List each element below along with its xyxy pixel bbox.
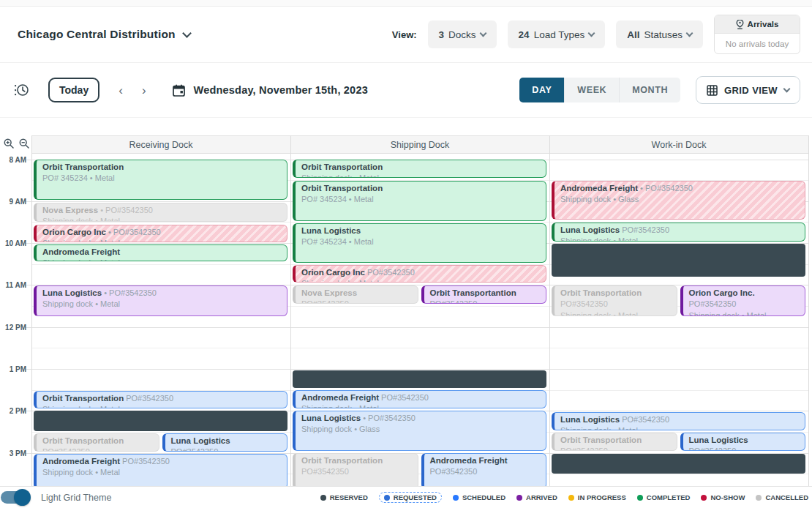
appointment-card[interactable]: Luna LogisticsPO#3542350 xyxy=(680,433,806,451)
time-label: 8 AM xyxy=(0,155,26,163)
today-button[interactable]: Today xyxy=(48,78,99,102)
appointment-card[interactable]: Orbit TransportationPO#3542350 xyxy=(293,453,418,487)
carrier-name: Nova Express xyxy=(42,206,98,214)
appointment-card[interactable]: Orbit TransportationPO# 345234 • Metal xyxy=(34,160,287,200)
carrier-name: Orion Cargo Inc xyxy=(42,228,106,236)
reserved-block[interactable] xyxy=(552,244,805,277)
chevron-down-icon xyxy=(182,29,192,38)
appointment-detail: PO#3542350 xyxy=(301,466,412,477)
legend-label: SCHEDULED xyxy=(462,493,505,501)
appointment-card[interactable]: Andromeda FreightPO#3542350 xyxy=(421,453,547,487)
appointment-card[interactable]: Orbit TransportationPO#3542350 xyxy=(34,433,159,452)
reserved-block[interactable] xyxy=(293,370,546,388)
grid-view-button[interactable]: GRID VIEW xyxy=(696,76,800,104)
legend-label: ARRIVED xyxy=(526,493,557,501)
filter-value: 24 xyxy=(519,29,530,40)
carrier-name: Andromeda Freight xyxy=(560,184,638,193)
day-week-month-tabs: DAYWEEKMONTH xyxy=(519,78,680,102)
prev-day-button[interactable]: ‹ xyxy=(119,84,123,97)
appointment-detail: PO#3542350 xyxy=(301,299,412,304)
filter-dropdown-load-types[interactable]: 24Load Types xyxy=(508,20,606,48)
legend-item-requested: REQUESTED xyxy=(379,492,442,503)
tab-week[interactable]: WEEK xyxy=(565,78,620,102)
column-divider xyxy=(549,135,550,487)
appointment-card[interactable]: Luna LogisticsPO# 345234 • Metal xyxy=(293,223,546,263)
appointment-detail: PO# 345234 • Metal xyxy=(301,194,540,205)
tab-day[interactable]: DAY xyxy=(519,78,565,102)
appointment-detail: Shipping dock • Metal xyxy=(42,404,281,408)
po-number: • PO#3542350 xyxy=(98,206,153,214)
po-number: PO#3542350 xyxy=(120,457,170,466)
appointment-card[interactable]: Orion Cargo Inc • PO#3542350Shipping doc… xyxy=(34,225,287,242)
appointment-card[interactable]: Luna Logistics • PO#3542350Shipping dock… xyxy=(34,285,287,316)
legend-label: CANCELLED xyxy=(765,493,808,501)
appointment-card[interactable]: Andromeda Freight PO#3542350Shipping doc… xyxy=(34,454,287,487)
next-day-button[interactable]: › xyxy=(142,84,146,97)
legend-label: NO-SHOW xyxy=(710,493,745,501)
appointment-detail: PO#3542350 xyxy=(560,299,671,310)
carrier-name: Orbit Transportation xyxy=(560,436,642,444)
status-dot-icon xyxy=(453,495,459,501)
carrier-name: Luna Logistics xyxy=(301,226,361,235)
calendar-toolbar: Today ‹ › Wednesday, November 15th, 2023… xyxy=(0,63,812,118)
status-dot-icon xyxy=(516,495,522,501)
appointment-card[interactable]: Orbit TransportationPO#3542350Shipping d… xyxy=(552,285,677,316)
theme-toggle-label: Light Grid Theme xyxy=(41,493,111,503)
appointment-card[interactable]: Orbit TransportationPO# 345234 • Metal xyxy=(293,181,546,221)
tab-month[interactable]: MONTH xyxy=(620,78,680,102)
arrivals-header[interactable]: Arrivals xyxy=(715,15,800,34)
appointment-card[interactable]: Orbit Transportation PO#3542350Shipping … xyxy=(34,391,287,408)
carrier-name: Orbit Transportation xyxy=(42,394,124,403)
carrier-name: Orbit Transportation xyxy=(301,184,383,193)
po-number: PO#3542350 xyxy=(620,415,669,424)
appointment-detail: PO#3542350 xyxy=(689,446,800,451)
appointment-card[interactable]: Nova ExpressPO#3542350 xyxy=(293,285,418,304)
appointment-card[interactable]: Luna Logistics • PO#3542350Shipping dock… xyxy=(293,411,546,451)
filter-dropdown-docks[interactable]: 3Docks xyxy=(428,20,497,48)
zoom-out-icon[interactable] xyxy=(19,138,29,149)
half-hour-gridline xyxy=(31,348,808,348)
appointment-card[interactable]: Orion Cargo Inc PO#3542350Shipping dock … xyxy=(293,265,546,283)
carrier-name: Luna Logistics xyxy=(42,288,102,297)
filter-value: 3 xyxy=(439,29,445,40)
reserved-block[interactable] xyxy=(34,411,287,431)
arrivals-empty-text: No arrivals today xyxy=(715,34,800,53)
theme-toggle[interactable] xyxy=(1,491,30,504)
filter-label: Load Types xyxy=(534,29,585,40)
appointment-card[interactable]: Luna Logistics PO#3542350Shipping dock •… xyxy=(552,223,805,242)
time-settings-icon[interactable] xyxy=(13,83,29,97)
theme-toggle-knob xyxy=(14,489,31,506)
calendar-icon xyxy=(173,84,185,97)
appointment-card[interactable]: Andromeda Freight • PO#3542350Shipping d… xyxy=(552,181,805,220)
appointment-detail: PO# 345234 • Metal xyxy=(42,173,281,184)
site-selector[interactable]: Chicago Central Distribution xyxy=(18,28,190,41)
column-divider xyxy=(31,135,32,487)
view-label: View: xyxy=(392,29,417,40)
appointment-card[interactable]: Nova Express • PO#3542350Shipping dock •… xyxy=(34,203,287,222)
carrier-name: Andromeda Freight xyxy=(42,247,120,256)
legend-item-in-progress: IN PROGRESS xyxy=(568,493,626,501)
appointment-card[interactable]: Andromeda FreightShipping dock • Metal xyxy=(34,244,287,261)
status-dot-icon xyxy=(320,495,326,501)
appointment-card[interactable]: Orbit TransportationPO#3542350 xyxy=(552,433,677,451)
appointment-detail: Shipping dock • Metal xyxy=(689,310,800,316)
appointment-card[interactable]: Orbit TransportationShipping dock • Meta… xyxy=(293,160,546,178)
appointment-card[interactable]: Orion Cargo Inc.PO#3542350Shipping dock … xyxy=(680,285,806,316)
legend-label: REQUESTED xyxy=(394,493,437,501)
legend-item-no-show: NO-SHOW xyxy=(701,493,745,501)
appointment-card[interactable]: Andromeda Freight PO#3542350Shipping doc… xyxy=(293,390,546,408)
appointment-detail: PO#3542350 xyxy=(171,447,282,452)
appointment-card[interactable]: Luna LogisticsPO#3542350 xyxy=(162,433,288,452)
carrier-name: Orbit Transportation xyxy=(42,436,124,445)
po-number: • PO#3542350 xyxy=(102,288,157,297)
filter-dropdown-statuses[interactable]: AllStatuses xyxy=(616,20,703,48)
appointment-card[interactable]: Orbit TransportantionPO#3542350 xyxy=(421,285,547,304)
carrier-name: Orbit Transportation xyxy=(301,163,383,171)
zoom-in-icon[interactable] xyxy=(4,138,14,149)
chevron-down-icon xyxy=(479,29,486,37)
appointment-detail: Shipping dock • Metal xyxy=(301,403,540,408)
appointment-card[interactable]: Luna Logistics PO#3542350Shipping dock •… xyxy=(552,412,805,430)
legend-item-scheduled: SCHEDULED xyxy=(453,493,505,501)
reserved-block[interactable] xyxy=(552,454,805,474)
po-number: PO#3542350 xyxy=(365,268,415,277)
